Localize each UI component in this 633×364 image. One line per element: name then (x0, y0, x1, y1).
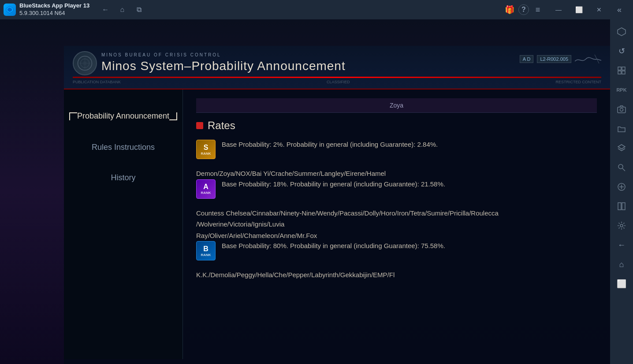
char-list-a: Demon/Zoya/NOX/Bai Yi/Crache/Summer/Lang… (196, 168, 597, 179)
nav-item-history[interactable]: History (64, 165, 182, 190)
minimize-button[interactable]: — (548, 0, 569, 19)
sidebar-icon-search[interactable] (613, 159, 630, 176)
rate-text-s: Base Probability: 2%. Probability in gen… (222, 140, 438, 150)
window-controls: — ⬜ ✕ « (548, 0, 629, 19)
close-button[interactable]: ✕ (589, 0, 609, 19)
svg-point-9 (618, 164, 623, 169)
bluestacks-logo (4, 4, 16, 16)
bureau-logo (73, 51, 97, 75)
rate-item-b: Countess Chelsea/Cinnabar/Ninety-Nine/We… (196, 208, 597, 261)
header-meta: PUBLICATION DATABANK CLASSIFIED RESTRICT… (73, 80, 601, 84)
sidebar-icon-camera[interactable] (613, 100, 630, 118)
svg-rect-6 (622, 71, 625, 74)
rate-text-b: Base Probability: 80%. Probability in ge… (222, 241, 445, 251)
svg-rect-4 (622, 67, 625, 70)
sidebar-icon-back[interactable]: ← (613, 236, 630, 254)
titlebar-right: 🎁 ? ≡ (503, 4, 545, 16)
rate-text-a: Base Probability: 18%. Probability in ge… (222, 179, 445, 189)
char-list-b2: K.K./Demolia/Peggy/Hella/Che/Pepper/Laby… (196, 269, 597, 281)
header-id: A D L2-R002.005 (520, 52, 601, 66)
sidebar-toggle-button[interactable]: « (609, 0, 629, 19)
char-list-b1: Countess Chelsea/Cinnabar/Ninety-Nine/We… (196, 208, 597, 241)
left-nav: Probability Announcement Rules Instructi… (64, 89, 183, 359)
nav-item-rules[interactable]: Rules Instructions (64, 134, 182, 161)
content-area: Probability Announcement Rules Instructi… (64, 89, 610, 359)
rates-header: Rates (196, 119, 597, 132)
panel-header: MINOS BUREAU OF CRISIS CONTROL Minos Sys… (64, 46, 610, 89)
home-button[interactable]: ⌂ (115, 4, 129, 16)
svg-marker-2 (618, 28, 626, 36)
svg-rect-3 (618, 67, 621, 70)
svg-point-8 (620, 108, 623, 111)
sidebar-icon-hexagon[interactable] (613, 23, 630, 41)
svg-line-20 (595, 55, 599, 63)
game-area: MINOS BUREAU OF CRISIS CONTROL Minos Sys… (0, 19, 610, 364)
maximize-button[interactable]: ⬜ (569, 0, 589, 19)
rate-row-b: B RANK Base Probability: 80%. Probabilit… (196, 241, 597, 260)
char-tab: Zoya (196, 98, 597, 113)
right-sidebar: ↺ RPK ← ⌂ ⬜ (610, 19, 633, 364)
header-underline (73, 77, 601, 78)
sidebar-icon-refresh[interactable]: ↺ (613, 42, 630, 60)
sidebar-icon-grid[interactable] (613, 62, 630, 79)
menu-button[interactable]: ≡ (531, 4, 545, 16)
rate-item-s: S RANK Base Probability: 2%. Probability… (196, 140, 597, 159)
svg-rect-5 (618, 71, 621, 74)
app-name: BlueStacks App Player 13 (19, 2, 89, 10)
rate-row-a: A RANK Base Probability: 18%. Probabilit… (196, 179, 597, 199)
nav-controls[interactable]: ← ⌂ ⧉ (98, 4, 146, 16)
rates-indicator (196, 122, 203, 129)
back-button[interactable]: ← (98, 4, 112, 16)
sidebar-icon-split[interactable] (613, 197, 630, 215)
svg-point-16 (620, 224, 623, 227)
svg-line-10 (622, 168, 625, 171)
badge-s: S RANK (196, 140, 216, 159)
help-button[interactable]: ? (518, 4, 529, 15)
svg-rect-15 (622, 203, 625, 210)
sidebar-icon-settings[interactable] (613, 217, 630, 234)
sidebar-icon-home[interactable]: ⌂ (613, 256, 630, 273)
sidebar-icon-plus[interactable] (613, 178, 630, 196)
rates-title: Rates (208, 119, 235, 132)
svg-point-19 (83, 62, 87, 65)
rate-item-a: Demon/Zoya/NOX/Bai Yi/Crache/Summer/Lang… (196, 168, 597, 199)
sidebar-icon-folder[interactable] (613, 120, 630, 137)
multi-window-button[interactable]: ⧉ (132, 4, 146, 16)
badge-a: A RANK (196, 179, 216, 199)
sidebar-icon-rpk[interactable]: RPK (613, 81, 630, 99)
gift-button[interactable]: 🎁 (503, 4, 517, 16)
sidebar-icon-square[interactable]: ⬜ (613, 275, 630, 293)
nav-item-probability[interactable]: Probability Announcement (64, 103, 182, 130)
main-content[interactable]: Zoya Rates S RANK Base Probability: (183, 89, 610, 359)
svg-rect-14 (618, 203, 621, 210)
sidebar-icon-layers[interactable] (613, 139, 630, 157)
titlebar: BlueStacks App Player 13 5.9.300.1014 N6… (0, 0, 633, 19)
id-badge-1: A D (520, 55, 534, 63)
badge-b: B RANK (196, 241, 216, 260)
id-badge-2: L2-R002.005 (537, 55, 571, 63)
game-panel: MINOS BUREAU OF CRISIS CONTROL Minos Sys… (64, 46, 610, 364)
app-version: 5.9.300.1014 N64 (19, 10, 89, 17)
rate-row-s: S RANK Base Probability: 2%. Probability… (196, 140, 597, 159)
